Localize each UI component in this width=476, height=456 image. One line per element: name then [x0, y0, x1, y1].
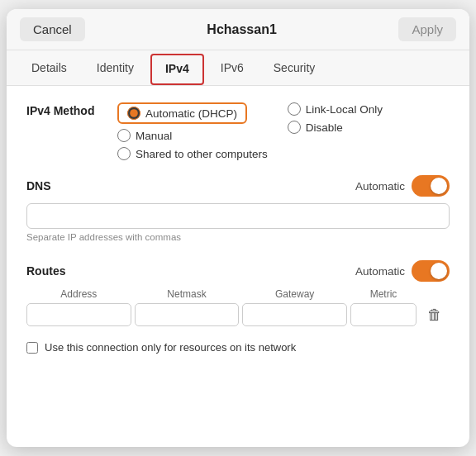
- connection-only-label: Use this connection only for resources o…: [45, 341, 296, 354]
- route-metric-input[interactable]: [350, 303, 416, 326]
- shared-radio[interactable]: [117, 147, 131, 160]
- method-disable[interactable]: Disable: [288, 121, 383, 134]
- ipv4-method-label: IPv4 Method: [26, 102, 117, 117]
- tab-content: IPv4 Method Automatic (DHCP) Manual: [7, 86, 469, 447]
- routes-table-header: Address Netmask Gateway Metric: [26, 288, 450, 300]
- route-delete-button[interactable]: 🗑: [420, 306, 450, 324]
- connection-only-checkbox[interactable]: [26, 342, 38, 354]
- col-address: Address: [26, 288, 131, 300]
- method-manual[interactable]: Manual: [117, 129, 268, 142]
- tab-ipv4[interactable]: IPv4: [150, 54, 204, 85]
- dns-section: DNS Automatic Separate IP addresses with…: [26, 175, 450, 242]
- dns-label: DNS: [26, 179, 51, 192]
- dialog-title: Hchassan1: [207, 22, 277, 37]
- method-columns: Automatic (DHCP) Manual Shared to other …: [117, 102, 383, 160]
- automatic-label: Automatic (DHCP): [145, 107, 237, 120]
- routes-header: Routes Automatic: [26, 260, 450, 282]
- dns-hint: Separate IP addresses with commas: [26, 232, 450, 242]
- network-dialog: Cancel Hchassan1 Apply Details Identity …: [7, 9, 469, 447]
- dns-auto-row: Automatic: [355, 175, 450, 197]
- automatic-radio[interactable]: [127, 107, 140, 120]
- manual-radio[interactable]: [117, 129, 131, 142]
- routes-automatic-label: Automatic: [355, 265, 405, 278]
- method-shared[interactable]: Shared to other computers: [117, 147, 268, 160]
- trash-icon: 🗑: [427, 306, 442, 323]
- tab-ipv6[interactable]: IPv6: [206, 50, 259, 85]
- methods-left: Automatic (DHCP) Manual Shared to other …: [117, 102, 268, 160]
- dialog-header: Cancel Hchassan1 Apply: [7, 9, 469, 50]
- automatic-selected-box: Automatic (DHCP): [117, 102, 247, 124]
- tab-identity[interactable]: Identity: [82, 50, 149, 85]
- manual-label: Manual: [136, 130, 172, 142]
- ipv4-method-section: IPv4 Method Automatic (DHCP) Manual: [26, 102, 450, 160]
- shared-label: Shared to other computers: [136, 148, 268, 160]
- route-gateway-input[interactable]: [242, 303, 347, 326]
- dns-toggle-thumb: [431, 178, 447, 194]
- routes-section: Routes Automatic Address Netmask Gateway…: [26, 260, 450, 326]
- route-netmask-input[interactable]: [135, 303, 240, 326]
- dns-input[interactable]: [26, 203, 450, 229]
- routes-toggle[interactable]: [412, 260, 450, 282]
- tab-security[interactable]: Security: [259, 50, 331, 85]
- link-local-radio[interactable]: [288, 102, 301, 116]
- routes-label: Routes: [26, 264, 65, 278]
- link-local-label: Link-Local Only: [306, 103, 383, 116]
- tab-details[interactable]: Details: [17, 50, 82, 85]
- tab-bar: Details Identity IPv4 IPv6 Security: [7, 50, 469, 86]
- method-automatic[interactable]: Automatic (DHCP): [117, 102, 268, 124]
- connection-only-row: Use this connection only for resources o…: [26, 341, 450, 354]
- routes-auto-row: Automatic: [355, 260, 450, 282]
- method-link-local[interactable]: Link-Local Only: [288, 102, 383, 116]
- col-metric: Metric: [350, 288, 416, 300]
- route-address-input[interactable]: [26, 303, 131, 326]
- cancel-button[interactable]: Cancel: [20, 17, 85, 41]
- col-gateway: Gateway: [242, 288, 347, 300]
- dns-header: DNS Automatic: [26, 175, 450, 197]
- disable-label: Disable: [306, 121, 343, 134]
- disable-radio[interactable]: [288, 121, 301, 134]
- dns-automatic-label: Automatic: [355, 180, 405, 192]
- col-netmask: Netmask: [135, 288, 240, 300]
- dns-toggle[interactable]: [412, 175, 450, 197]
- methods-right: Link-Local Only Disable: [288, 102, 383, 160]
- routes-toggle-thumb: [431, 263, 447, 279]
- routes-table-row: 🗑: [26, 303, 450, 326]
- apply-button[interactable]: Apply: [398, 17, 456, 41]
